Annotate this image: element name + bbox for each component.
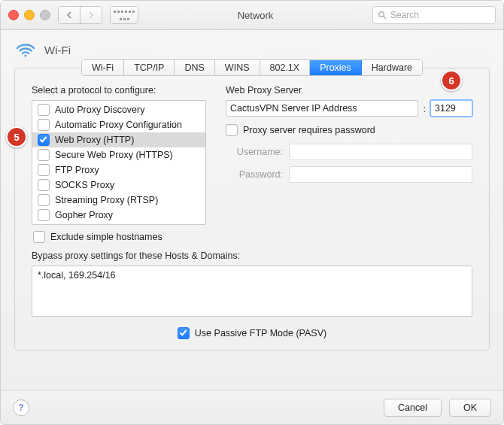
content-panel: Wi-Fi TCP/IP DNS WINS 802.1X Proxies Har… <box>14 68 490 351</box>
tab-hardware[interactable]: Hardware <box>362 60 422 75</box>
footer: ? Cancel OK <box>1 390 503 424</box>
bypass-section: Bypass proxy settings for these Hosts & … <box>15 243 489 317</box>
checkbox-icon[interactable] <box>226 124 238 136</box>
server-column: 6 Web Proxy Server CactusVPN Server IP A… <box>226 85 472 243</box>
svg-line-1 <box>384 17 386 19</box>
back-button[interactable] <box>59 7 80 23</box>
server-port-separator: : <box>423 103 426 114</box>
protocol-column: 5 Select a protocol to configure: Auto P… <box>32 85 206 243</box>
forward-button[interactable] <box>80 7 102 23</box>
checkbox-icon[interactable] <box>33 231 45 243</box>
minimize-window-icon[interactable] <box>24 10 35 20</box>
server-address-input[interactable]: CactusVPN Server IP Address <box>226 100 418 117</box>
titlebar: Network Search <box>1 1 503 30</box>
protocol-streaming-proxy-rtsp[interactable]: Streaming Proxy (RTSP) <box>32 193 205 208</box>
checkbox-icon[interactable] <box>38 149 50 161</box>
tab-tcpip[interactable]: TCP/IP <box>124 60 175 75</box>
auth-checkbox-row[interactable]: Proxy server requires password <box>226 124 472 136</box>
help-button[interactable]: ? <box>13 399 29 416</box>
nav-back-forward <box>58 6 102 24</box>
protocol-auto-discovery[interactable]: Auto Proxy Discovery <box>32 102 205 117</box>
protocol-ftp-proxy[interactable]: FTP Proxy <box>32 162 205 178</box>
protocol-gopher-proxy[interactable]: Gopher Proxy <box>32 208 205 223</box>
checkbox-icon[interactable] <box>38 164 50 176</box>
bypass-label: Bypass proxy settings for these Hosts & … <box>32 250 472 261</box>
tab-wifi[interactable]: Wi-Fi <box>82 60 124 75</box>
checkbox-icon[interactable] <box>38 134 50 146</box>
pasv-row[interactable]: Use Passive FTP Mode (PASV) <box>15 317 489 339</box>
protocol-auto-config[interactable]: Automatic Proxy Configuration <box>32 117 205 132</box>
server-address-row: CactusVPN Server IP Address : 3129 <box>226 100 472 117</box>
show-all-button[interactable] <box>110 6 138 24</box>
proxy-columns: 5 Select a protocol to configure: Auto P… <box>15 85 489 243</box>
zoom-window-icon[interactable] <box>40 10 50 20</box>
bypass-textarea[interactable]: *.local, 169.254/16 <box>32 266 472 317</box>
annotation-badge-5: 5 <box>6 126 27 147</box>
password-input[interactable] <box>289 166 472 183</box>
username-input[interactable] <box>289 144 472 160</box>
password-row: Password: <box>226 166 472 183</box>
tab-8021x[interactable]: 802.1X <box>260 60 311 75</box>
checkbox-icon[interactable] <box>178 327 190 339</box>
annotation-badge-6: 6 <box>441 70 462 91</box>
protocol-label: Select a protocol to configure: <box>32 85 206 96</box>
protocol-secure-web-proxy-https[interactable]: Secure Web Proxy (HTTPS) <box>32 147 205 162</box>
tab-proxies[interactable]: Proxies <box>310 60 362 75</box>
tabbar: Wi-Fi TCP/IP DNS WINS 802.1X Proxies Har… <box>15 59 489 76</box>
wifi-icon <box>16 41 35 59</box>
password-label: Password: <box>226 169 283 180</box>
checkbox-icon[interactable] <box>38 194 50 206</box>
protocol-web-proxy-http[interactable]: Web Proxy (HTTP) <box>32 132 205 147</box>
tab-wins[interactable]: WINS <box>215 60 260 75</box>
username-label: Username: <box>226 147 283 157</box>
checkbox-icon[interactable] <box>38 179 50 191</box>
tab-dns[interactable]: DNS <box>175 60 214 75</box>
pasv-label: Use Passive FTP Mode (PASV) <box>195 328 326 338</box>
svg-point-2 <box>24 54 26 56</box>
search-field[interactable]: Search <box>372 6 496 24</box>
network-preferences-window: Network Search Wi-Fi Wi-Fi TCP/IP DNS WI… <box>0 0 504 425</box>
svg-point-0 <box>379 12 384 17</box>
connection-name: Wi-Fi <box>44 44 71 56</box>
search-placeholder: Search <box>390 10 419 20</box>
exclude-hostnames-row[interactable]: Exclude simple hostnames <box>32 225 206 243</box>
protocol-socks-proxy[interactable]: SOCKS Proxy <box>32 178 205 193</box>
window-title: Network <box>146 10 365 21</box>
server-label: Web Proxy Server <box>226 85 472 96</box>
traffic-lights <box>8 10 50 20</box>
username-row: Username: <box>226 144 472 160</box>
protocol-list[interactable]: Auto Proxy Discovery Automatic Proxy Con… <box>32 100 206 225</box>
checkbox-icon[interactable] <box>38 104 50 116</box>
exclude-hostnames-label: Exclude simple hostnames <box>50 232 162 242</box>
ok-button[interactable]: OK <box>449 399 491 417</box>
cancel-button[interactable]: Cancel <box>384 399 442 417</box>
server-port-input[interactable]: 3129 <box>430 100 472 117</box>
checkbox-icon[interactable] <box>38 209 50 221</box>
search-icon <box>378 11 387 20</box>
tabs: Wi-Fi TCP/IP DNS WINS 802.1X Proxies Har… <box>81 59 423 76</box>
close-window-icon[interactable] <box>8 10 19 20</box>
checkbox-icon[interactable] <box>38 119 50 131</box>
auth-label: Proxy server requires password <box>243 125 375 135</box>
